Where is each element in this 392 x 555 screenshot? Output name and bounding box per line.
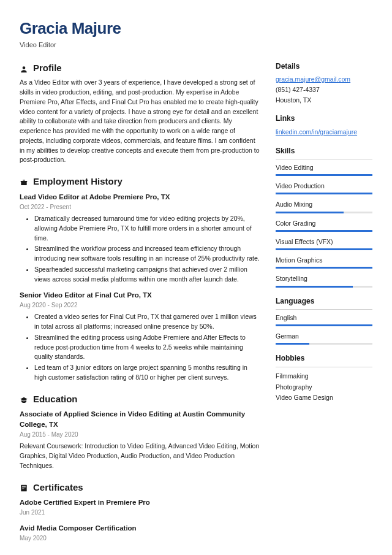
job-bullet: Dramatically decreased turnaround time f… <box>34 214 260 243</box>
languages-heading: Languages <box>276 296 372 307</box>
skill-label: Color Grading <box>276 219 372 228</box>
certificates-section: Certificates Adobe Certified Expert in P… <box>20 481 260 543</box>
phone-text: (851) 427-4337 <box>276 85 372 95</box>
job-date: Aug 2020 - Sep 2022 <box>20 301 260 310</box>
svg-rect-1 <box>21 181 28 182</box>
skill-item: Video Production <box>276 182 372 194</box>
skill-label: Visual Effects (VFX) <box>276 237 372 247</box>
person-name: Gracia Majure <box>20 17 372 40</box>
certificate-icon <box>20 483 28 491</box>
language-item: German <box>276 332 372 345</box>
certificate-entry: Avid Media Composer Certification May 20… <box>20 523 260 543</box>
job-title: Senior Video Editor at Final Cut Pro, TX <box>20 290 260 300</box>
profile-heading: Profile <box>33 61 62 75</box>
job-bullet: Streamlined the editing process using Ad… <box>34 333 260 362</box>
graduation-icon <box>20 395 28 404</box>
svg-point-0 <box>23 66 26 69</box>
job-date: Oct 2022 - Present <box>20 203 260 212</box>
skill-bar-fill <box>276 174 372 176</box>
education-entry: Associate of Applied Science in Video Ed… <box>20 409 260 470</box>
skill-bar <box>276 193 372 194</box>
job-bullet: Led team of 3 junior editors on large pr… <box>34 363 260 383</box>
main-column: Profile As a Video Editor with over 3 ye… <box>20 61 260 553</box>
job-bullet: Created a video series for Final Cut Pro… <box>34 312 260 332</box>
divider <box>276 159 372 159</box>
skill-bar-fill <box>276 212 344 213</box>
svg-rect-3 <box>22 486 26 487</box>
skill-bar <box>276 267 372 269</box>
links-heading: Links <box>276 113 372 124</box>
education-title: Associate of Applied Science in Video Ed… <box>20 409 260 429</box>
person-title: Video Editor <box>20 40 372 50</box>
certificate-entry: Adobe Certified Expert in Premiere Pro J… <box>20 497 260 517</box>
skill-item: Video Editing <box>276 163 372 176</box>
skill-item: Color Grading <box>276 219 372 232</box>
divider <box>276 309 372 310</box>
linkedin-link[interactable]: linkedin.com/in/graciamajure <box>276 128 357 136</box>
profile-section: Profile As a Video Editor with over 3 ye… <box>20 61 260 166</box>
skill-bar-fill <box>276 193 372 194</box>
briefcase-icon <box>20 177 28 186</box>
job-entry: Senior Video Editor at Final Cut Pro, TX… <box>20 290 260 382</box>
svg-rect-5 <box>22 489 24 489</box>
skill-label: Video Editing <box>276 163 372 172</box>
language-item: English <box>276 313 372 326</box>
job-title: Lead Video Editor at Adobe Premiere Pro,… <box>20 192 260 202</box>
skill-label: Motion Graphics <box>276 256 372 265</box>
hobbies-heading: Hobbies <box>276 353 372 364</box>
job-bullet: Spearheaded successful marketing campaig… <box>34 265 260 285</box>
skill-bar-fill <box>276 267 372 269</box>
skill-bar <box>276 212 372 213</box>
language-label: German <box>276 332 372 341</box>
language-bar-fill <box>276 343 309 345</box>
links-block: Links linkedin.com/in/graciamajure <box>276 113 372 137</box>
svg-rect-4 <box>22 488 26 488</box>
education-section: Education Associate of Applied Science i… <box>20 392 260 471</box>
certificate-title: Avid Media Composer Certification <box>20 523 260 534</box>
language-bar-fill <box>276 324 372 326</box>
job-bullet: Streamlined the workflow process and inc… <box>34 244 260 264</box>
certificate-title: Adobe Certified Expert in Premiere Pro <box>20 497 260 508</box>
education-desc: Relevant Coursework: Introduction to Vid… <box>20 442 260 470</box>
hobby-item: Video Game Design <box>276 392 372 404</box>
skill-bar <box>276 174 372 176</box>
divider <box>276 367 372 367</box>
header: Gracia Majure Video Editor <box>20 17 372 50</box>
location-text: Houston, TX <box>276 95 372 105</box>
skills-heading: Skills <box>276 146 372 156</box>
skill-label: Video Production <box>276 182 372 191</box>
svg-rect-2 <box>21 485 26 492</box>
language-bar <box>276 343 372 345</box>
skill-item: Motion Graphics <box>276 256 372 269</box>
employment-heading: Employment History <box>33 175 123 188</box>
details-heading: Details <box>276 61 372 72</box>
skill-item: Audio Mixing <box>276 200 372 213</box>
skill-bar-fill <box>276 286 353 288</box>
certificate-date: Jun 2021 <box>20 508 260 518</box>
certificates-heading: Certificates <box>33 481 83 494</box>
employment-section: Employment History Lead Video Editor at … <box>20 175 260 383</box>
languages-block: Languages English German <box>276 296 372 345</box>
email-link[interactable]: gracia.majure@gmail.com <box>276 75 350 83</box>
details-block: Details gracia.majure@gmail.com (851) 42… <box>276 61 372 105</box>
language-label: English <box>276 313 372 323</box>
hobbies-block: Hobbies FilmmakingPhotographyVideo Game … <box>276 353 372 404</box>
skill-bar <box>276 230 372 232</box>
education-heading: Education <box>33 392 78 406</box>
hobby-item: Filmmaking <box>276 371 372 382</box>
skill-bar-fill <box>276 248 372 250</box>
certificate-date: May 2020 <box>20 534 260 543</box>
skill-label: Storytelling <box>276 274 372 283</box>
skill-bar <box>276 286 372 288</box>
skills-block: Skills Video Editing Video Production Au… <box>276 146 372 288</box>
skill-bar-fill <box>276 230 372 232</box>
skill-item: Visual Effects (VFX) <box>276 237 372 250</box>
skill-item: Storytelling <box>276 274 372 287</box>
person-icon <box>20 64 28 72</box>
sidebar: Details gracia.majure@gmail.com (851) 42… <box>276 61 372 553</box>
education-date: Aug 2015 - May 2020 <box>20 431 260 440</box>
hobby-item: Photography <box>276 382 372 393</box>
skill-label: Audio Mixing <box>276 200 372 209</box>
profile-text: As a Video Editor with over 3 years of e… <box>20 78 260 165</box>
language-bar <box>276 324 372 326</box>
